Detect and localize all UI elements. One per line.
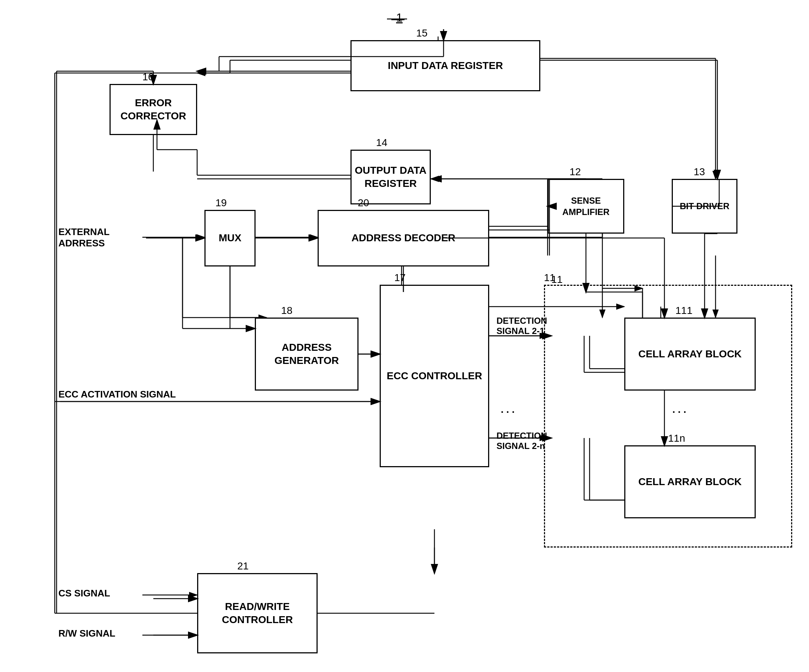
error-corrector-block: ERROR CORRECTOR bbox=[109, 84, 197, 135]
error-corrector-label: ERROR CORRECTOR bbox=[111, 96, 196, 123]
address-generator-block: ADDRESS GENERATOR bbox=[255, 318, 359, 390]
bit-driver-number: 13 bbox=[694, 166, 705, 178]
output-data-register-block: OUTPUT DATA REGISTER bbox=[351, 150, 431, 204]
region-11-label: 11 bbox=[551, 274, 562, 285]
sense-amplifier-block: SENSE AMPLIFIER bbox=[547, 179, 624, 234]
rw-signal-label: R/W SIGNAL bbox=[59, 628, 115, 639]
external-address-label: EXTERNAL ADRRESS bbox=[59, 226, 109, 249]
mux-label: MUX bbox=[219, 231, 241, 245]
bit-driver-block: BIT DRIVER bbox=[672, 179, 737, 234]
cell-array-block-n: CELL ARRAY BLOCK bbox=[624, 445, 756, 518]
output-data-register-number: 14 bbox=[376, 137, 387, 149]
circuit-diagram: 1 INPUT DATA REGISTER 15 ERROR CORRECTOR… bbox=[0, 0, 809, 672]
address-decoder-number: 20 bbox=[358, 197, 369, 209]
mux-number: 19 bbox=[215, 197, 227, 209]
ecc-activation-label: ECC ACTIVATION SIGNAL bbox=[59, 389, 176, 400]
input-data-register-label: INPUT DATA REGISTER bbox=[388, 59, 503, 72]
input-data-register-number: 15 bbox=[416, 27, 428, 39]
address-decoder-label: ADDRESS DECODER bbox=[352, 231, 456, 245]
sense-amplifier-number: 12 bbox=[569, 166, 581, 178]
ecc-controller-label: ECC CONTROLLER bbox=[387, 369, 482, 382]
read-write-controller-number: 21 bbox=[237, 560, 248, 572]
input-data-register-block: INPUT DATA REGISTER bbox=[351, 40, 540, 91]
detection-signal-1-label: DETECTION SIGNAL 2-1 bbox=[497, 316, 547, 336]
dots-2: ... bbox=[500, 400, 517, 416]
read-write-controller-label: READ/WRITE CONTROLLER bbox=[198, 600, 317, 627]
error-corrector-number: 16 bbox=[143, 71, 154, 83]
cell-array-block-1-label: CELL ARRAY BLOCK bbox=[638, 347, 742, 360]
detection-signal-n-label: DETECTION SIGNAL 2-n bbox=[497, 431, 547, 451]
sense-amplifier-label: SENSE AMPLIFIER bbox=[549, 195, 623, 218]
cell-array-block-n-number: 11n bbox=[668, 432, 685, 444]
cell-array-block-1: CELL ARRAY BLOCK bbox=[624, 318, 756, 390]
diagram-title: 1 bbox=[396, 11, 403, 25]
cs-signal-label: CS SIGNAL bbox=[59, 588, 110, 599]
address-decoder-block: ADDRESS DECODER bbox=[317, 210, 489, 266]
read-write-controller-block: READ/WRITE CONTROLLER bbox=[197, 573, 317, 654]
output-data-register-label: OUTPUT DATA REGISTER bbox=[352, 164, 430, 191]
ecc-controller-number: 17 bbox=[394, 272, 406, 283]
bit-driver-label: BIT DRIVER bbox=[680, 200, 729, 212]
mux-block: MUX bbox=[205, 210, 255, 266]
address-generator-label: ADDRESS GENERATOR bbox=[256, 341, 358, 367]
address-generator-number: 18 bbox=[281, 305, 292, 317]
cell-array-block-n-label: CELL ARRAY BLOCK bbox=[638, 475, 742, 488]
ecc-controller-block: ECC CONTROLLER bbox=[380, 285, 489, 467]
dots-1: ... bbox=[672, 400, 688, 416]
cell-array-block-1-number: 111 bbox=[675, 305, 693, 317]
